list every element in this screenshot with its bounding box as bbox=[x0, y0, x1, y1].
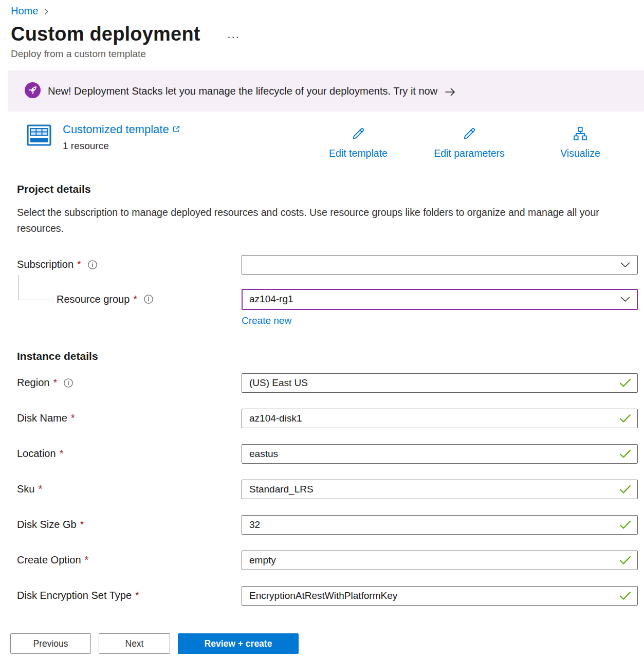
required-marker: * bbox=[77, 259, 81, 270]
project-details-description: Select the subscription to manage deploy… bbox=[17, 205, 616, 236]
sku-input[interactable] bbox=[249, 484, 614, 495]
wizard-footer: Previous Next Review + create bbox=[0, 620, 644, 658]
breadcrumb-home-link[interactable]: Home bbox=[11, 5, 38, 17]
region-input-box bbox=[242, 373, 638, 393]
subscription-label: Subscription * bbox=[17, 259, 242, 270]
project-details-heading: Project details bbox=[17, 183, 644, 195]
check-icon bbox=[619, 556, 631, 565]
page-title: Custom deployment bbox=[11, 23, 200, 45]
subscription-dropdown[interactable] bbox=[242, 255, 638, 275]
subscription-row: Subscription * bbox=[17, 255, 644, 275]
customized-template-link[interactable]: Customized template bbox=[63, 123, 180, 136]
create-option-input[interactable] bbox=[249, 555, 614, 566]
external-link-icon bbox=[172, 123, 180, 136]
disk-encryption-set-type-input-box bbox=[242, 586, 638, 606]
check-icon bbox=[619, 378, 631, 388]
disk-encryption-set-type-row: Disk Encryption Set Type * bbox=[17, 586, 644, 606]
chevron-down-icon bbox=[620, 259, 630, 270]
deployment-stacks-banner[interactable]: New! Deployment Stacks let you manage th… bbox=[8, 70, 644, 112]
pencil-icon bbox=[351, 126, 366, 143]
banner-message: New! Deployment Stacks let you manage th… bbox=[48, 85, 437, 97]
disk-size-row: Disk Size Gb * bbox=[17, 515, 644, 535]
info-icon[interactable] bbox=[87, 260, 98, 270]
check-icon bbox=[619, 591, 631, 600]
edit-template-button[interactable]: Edit template bbox=[303, 126, 414, 159]
create-new-link[interactable]: Create new bbox=[242, 315, 291, 326]
hierarchy-icon bbox=[573, 126, 588, 143]
location-label: Location * bbox=[17, 448, 242, 460]
resource-group-value: az104-rg1 bbox=[249, 294, 293, 305]
required-marker: * bbox=[133, 294, 137, 305]
info-icon[interactable] bbox=[63, 378, 73, 388]
region-row: Region * bbox=[17, 373, 644, 393]
create-option-input-box bbox=[242, 551, 638, 570]
create-option-row: Create Option * bbox=[17, 551, 644, 570]
sku-input-box bbox=[242, 480, 638, 499]
template-grid-icon bbox=[27, 124, 51, 148]
disk-size-input-box bbox=[242, 515, 638, 535]
create-option-label: Create Option * bbox=[17, 554, 242, 566]
check-icon bbox=[619, 449, 631, 459]
required-marker: * bbox=[135, 590, 139, 601]
template-info: Customized template 1 resource bbox=[63, 123, 180, 152]
required-marker: * bbox=[60, 448, 64, 460]
next-button[interactable]: Next bbox=[99, 633, 170, 654]
sku-row: Sku * bbox=[17, 480, 644, 499]
required-marker: * bbox=[71, 412, 75, 424]
resource-group-dropdown[interactable]: az104-rg1 bbox=[242, 289, 638, 310]
disk-name-row: Disk Name * bbox=[17, 409, 644, 428]
instance-details-heading: Instance details bbox=[17, 350, 644, 362]
arrow-right-icon bbox=[445, 87, 456, 97]
resource-group-row: Resource group * az104-rg1 bbox=[17, 289, 644, 310]
required-marker: * bbox=[80, 519, 84, 531]
review-create-button[interactable]: Review + create bbox=[178, 633, 299, 654]
disk-size-input[interactable] bbox=[249, 519, 614, 531]
disk-name-input[interactable] bbox=[249, 413, 614, 424]
chevron-down-icon bbox=[620, 294, 630, 305]
region-label: Region * bbox=[17, 377, 242, 389]
breadcrumb-chevron-icon bbox=[43, 8, 50, 15]
template-card: Customized template 1 resource bbox=[27, 123, 636, 159]
check-icon bbox=[619, 485, 631, 494]
title-row: Custom deployment ··· bbox=[11, 23, 644, 45]
previous-button[interactable]: Previous bbox=[10, 633, 91, 654]
check-icon bbox=[619, 414, 631, 423]
sku-label: Sku * bbox=[17, 483, 242, 495]
required-marker: * bbox=[53, 377, 57, 389]
rocket-icon bbox=[25, 82, 41, 100]
edit-parameters-button[interactable]: Edit parameters bbox=[414, 126, 525, 159]
info-icon[interactable] bbox=[143, 294, 154, 304]
pencil-icon bbox=[462, 126, 477, 143]
resource-group-label: Resource group * bbox=[17, 294, 242, 305]
check-icon bbox=[619, 520, 631, 529]
template-resource-count: 1 resource bbox=[63, 140, 180, 152]
required-marker: * bbox=[85, 554, 89, 566]
disk-name-input-box bbox=[242, 409, 638, 428]
disk-encryption-set-type-label: Disk Encryption Set Type * bbox=[17, 590, 242, 601]
required-marker: * bbox=[38, 483, 42, 495]
disk-size-label: Disk Size Gb * bbox=[17, 519, 242, 531]
visualize-button[interactable]: Visualize bbox=[525, 126, 636, 159]
disk-name-label: Disk Name * bbox=[17, 412, 242, 424]
location-input-box bbox=[242, 444, 638, 464]
location-input[interactable] bbox=[249, 448, 614, 460]
disk-encryption-set-type-input[interactable] bbox=[249, 590, 614, 601]
location-row: Location * bbox=[17, 444, 644, 464]
custom-deployment-page: Home Custom deployment ··· Deploy from a… bbox=[0, 0, 644, 658]
page-subtitle: Deploy from a custom template bbox=[11, 48, 644, 60]
template-actions: Edit template Edit parameters bbox=[303, 126, 636, 159]
breadcrumb: Home bbox=[11, 5, 644, 17]
region-input[interactable] bbox=[249, 377, 614, 389]
more-options-button[interactable]: ··· bbox=[224, 29, 243, 45]
